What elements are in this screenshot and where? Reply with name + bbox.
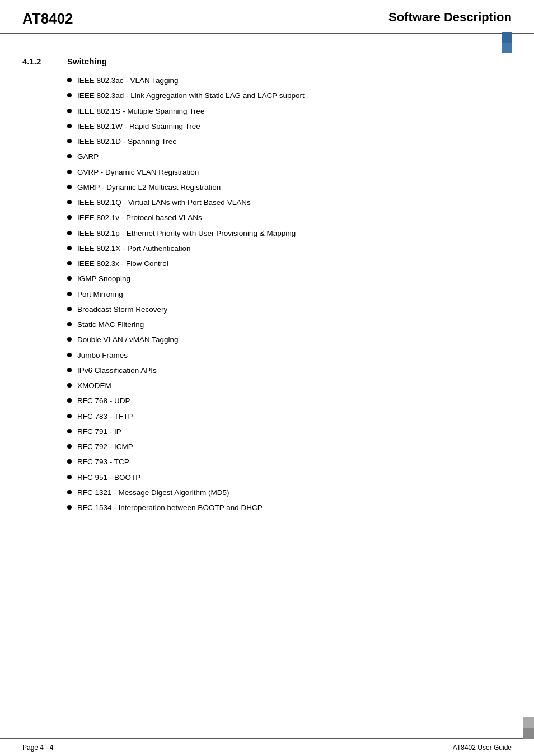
bullet-dot-icon (67, 231, 72, 235)
svg-rect-2 (523, 717, 534, 728)
list-item: XMODEM (67, 380, 512, 391)
bullet-dot-icon (67, 368, 72, 372)
bullet-dot-icon (67, 353, 72, 357)
list-item-text: IGMP Snooping (77, 273, 130, 284)
page-number: Page 4 - 4 (22, 744, 53, 752)
list-item: IEEE 802.1W - Rapid Spanning Tree (67, 121, 512, 132)
page-footer: Page 4 - 4 AT8402 User Guide (0, 738, 534, 756)
list-item: RFC 951 - BOOTP (67, 472, 512, 483)
list-item-text: IPv6 Classification APIs (77, 365, 157, 376)
list-item: IEEE 802.3ad - Link Aggregation with Sta… (67, 90, 512, 101)
list-item-text: RFC 951 - BOOTP (77, 472, 140, 483)
list-item-text: IEEE 802.1v - Protocol based VLANs (77, 212, 202, 223)
bullet-dot-icon (67, 124, 72, 128)
list-item: IGMP Snooping (67, 273, 512, 284)
bullet-dot-icon (67, 154, 72, 158)
list-item-text: XMODEM (77, 380, 111, 391)
list-item-text: GMRP - Dynamic L2 Multicast Registration (77, 182, 221, 193)
list-item-text: GARP (77, 151, 99, 162)
bullet-dot-icon (67, 444, 72, 449)
bullet-dot-icon (67, 383, 72, 388)
list-item: RFC 768 - UDP (67, 395, 512, 407)
main-content: 4.1.2 Switching IEEE 802.3ac - VLAN Tagg… (0, 34, 534, 540)
list-item-text: Jumbo Frames (77, 350, 128, 361)
section-title: Switching (67, 57, 107, 66)
list-item: RFC 793 - TCP (67, 456, 512, 468)
bullet-dot-icon (67, 139, 72, 143)
list-item: IEEE 802.3x - Flow Control (67, 258, 512, 269)
list-item: IEEE 802.1X - Port Authentication (67, 243, 512, 254)
bullet-dot-icon (67, 78, 72, 82)
list-item: Port Mirroring (67, 289, 512, 300)
bullet-dot-icon (67, 398, 72, 403)
list-item: IEEE 802.3ac - VLAN Tagging (67, 75, 512, 86)
list-item-text: IEEE 802.3x - Flow Control (77, 258, 168, 269)
list-item-text: IEEE 802.3ad - Link Aggregation with Sta… (77, 90, 305, 101)
document-title: Software Description (388, 10, 512, 25)
list-item-text: Broadcast Storm Recovery (77, 304, 167, 315)
list-item: IEEE 802.1p - Ethernet Priority with Use… (67, 228, 512, 239)
bullet-dot-icon (67, 429, 72, 433)
bullet-dot-icon (67, 246, 72, 250)
list-item-text: RFC 791 - IP (77, 426, 121, 437)
svg-rect-1 (502, 43, 512, 53)
bullet-dot-icon (67, 307, 72, 311)
list-item-text: Static MAC Filtering (77, 319, 144, 330)
section-heading: 4.1.2 Switching (22, 57, 512, 66)
list-item-text: IEEE 802.1Q - Virtual LANs with Port Bas… (77, 197, 251, 208)
bullet-dot-icon (67, 109, 72, 113)
bullet-dot-icon (67, 185, 72, 189)
document-name: AT8402 User Guide (453, 744, 512, 752)
list-item: IEEE 802.1S - Multiple Spanning Tree (67, 106, 512, 117)
list-item-text: Double VLAN / vMAN Tagging (77, 334, 179, 346)
bullet-dot-icon (67, 337, 72, 342)
bullet-dot-icon (67, 459, 72, 464)
list-item: Jumbo Frames (67, 350, 512, 361)
list-item-text: RFC 792 - ICMP (77, 441, 133, 452)
list-item-text: IEEE 802.1S - Multiple Spanning Tree (77, 106, 204, 117)
bullet-dot-icon (67, 93, 72, 97)
corner-bracket-icon (491, 32, 512, 53)
feature-list: IEEE 802.3ac - VLAN TaggingIEEE 802.3ad … (67, 75, 512, 514)
bottom-bracket-icon (523, 717, 534, 739)
list-item: RFC 792 - ICMP (67, 441, 512, 452)
page-header: AT8402 Software Description (0, 0, 534, 34)
list-item: RFC 1534 - Interoperation between BOOTP … (67, 502, 512, 514)
list-item: Broadcast Storm Recovery (67, 304, 512, 315)
page-container: AT8402 Software Description 4.1.2 Switch… (0, 0, 534, 756)
list-item-text: IEEE 802.1p - Ethernet Priority with Use… (77, 228, 296, 239)
list-item-text: RFC 1321 - Message Digest Algorithm (MD5… (77, 487, 229, 498)
list-item: GVRP - Dynamic VLAN Registration (67, 167, 512, 178)
list-item-text: IEEE 802.1D - Spanning Tree (77, 136, 177, 147)
list-item: IEEE 802.1v - Protocol based VLANs (67, 212, 512, 223)
list-item: RFC 1321 - Message Digest Algorithm (MD5… (67, 487, 512, 498)
svg-rect-0 (502, 32, 512, 43)
list-item-text: GVRP - Dynamic VLAN Registration (77, 167, 199, 178)
bullet-dot-icon (67, 414, 72, 418)
bullet-dot-icon (67, 215, 72, 220)
list-item-text: IEEE 802.1W - Rapid Spanning Tree (77, 121, 200, 132)
list-item-text: RFC 1534 - Interoperation between BOOTP … (77, 502, 263, 514)
list-item: RFC 783 - TFTP (67, 411, 512, 422)
list-item-text: Port Mirroring (77, 289, 123, 300)
list-item-text: IEEE 802.3ac - VLAN Tagging (77, 75, 179, 86)
bullet-dot-icon (67, 505, 72, 510)
list-item-text: RFC 768 - UDP (77, 395, 130, 407)
bullet-dot-icon (67, 261, 72, 265)
list-item: Static MAC Filtering (67, 319, 512, 330)
list-item: GARP (67, 151, 512, 162)
bullet-dot-icon (67, 322, 72, 326)
section-number: 4.1.2 (22, 57, 56, 66)
list-item: RFC 791 - IP (67, 426, 512, 437)
bullet-dot-icon (67, 276, 72, 281)
bullet-dot-icon (67, 170, 72, 174)
list-item: IEEE 802.1D - Spanning Tree (67, 136, 512, 147)
list-item: Double VLAN / vMAN Tagging (67, 334, 512, 346)
list-item: IPv6 Classification APIs (67, 365, 512, 376)
list-item: GMRP - Dynamic L2 Multicast Registration (67, 182, 512, 193)
list-item-text: IEEE 802.1X - Port Authentication (77, 243, 191, 254)
bullet-dot-icon (67, 200, 72, 204)
product-title: AT8402 (22, 10, 73, 27)
bullet-dot-icon (67, 475, 72, 479)
bullet-dot-icon (67, 292, 72, 296)
